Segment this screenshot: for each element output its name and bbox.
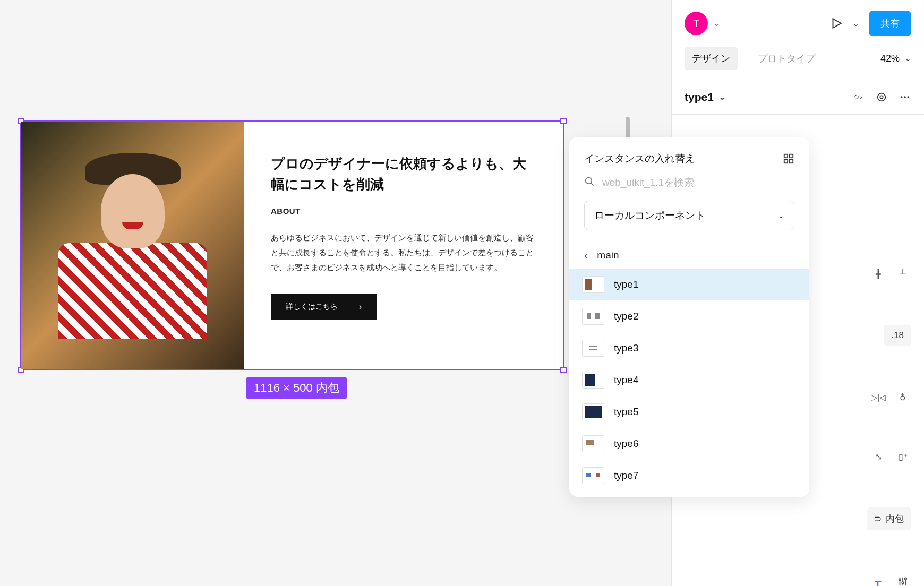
thumbnail [582, 372, 604, 389]
instance-header: type1 ⌄ [672, 80, 924, 114]
value-box[interactable]: ⊃内包 [867, 507, 911, 530]
frame-cta-label: 詳しくはこちら [286, 302, 338, 312]
dropdown-label: ローカルコンポーネント [594, 209, 705, 222]
svg-point-8 [899, 579, 901, 581]
svg-point-4 [908, 96, 910, 98]
chevron-right-icon: › [359, 302, 362, 312]
flip-icon[interactable]: ▷|◁ [870, 389, 887, 406]
layout-icon[interactable]: ▯⁺ [894, 448, 911, 465]
list-item[interactable]: type3 [569, 332, 809, 364]
align-active-icon[interactable]: ╥ [870, 573, 887, 586]
zoom-value: 42% [880, 53, 900, 64]
svg-point-9 [902, 582, 904, 584]
search-input[interactable] [602, 177, 794, 188]
panel-controls-partial: ╋ ┴ .18 ▷|◁ ♁ ⤡ ▯⁺ ⊃内包 ╥ [867, 265, 911, 586]
align-icon[interactable]: ╋ [870, 265, 887, 282]
library-dropdown[interactable]: ローカルコンポーネント ⌄ [584, 201, 794, 230]
svg-point-0 [878, 93, 886, 101]
breadcrumb[interactable]: ‹ main [569, 242, 809, 269]
thumbnail [582, 276, 604, 293]
frame-image [21, 122, 244, 369]
list-item[interactable]: type7 [569, 460, 809, 492]
component-list: type1 type2 type3 type4 type5 type6 type… [569, 269, 809, 497]
play-button[interactable] [829, 16, 843, 30]
chevron-down-icon[interactable]: ⌄ [853, 19, 859, 28]
thumbnail [582, 308, 604, 325]
list-item[interactable]: type1 [569, 269, 809, 300]
topbar: T ⌄ ⌄ 共有 [672, 0, 924, 47]
selected-frame[interactable]: プロのデザイナーに依頼するよりも、大幅にコストを削減 ABOUT あらゆるビジネ… [20, 120, 564, 370]
thumbnail [582, 340, 604, 357]
frame-content: プロのデザイナーに依頼するよりも、大幅にコストを削減 ABOUT あらゆるビジネ… [21, 122, 563, 369]
list-item[interactable]: type4 [569, 364, 809, 396]
svg-rect-11 [784, 154, 788, 158]
list-item[interactable]: type2 [569, 300, 809, 332]
chevron-down-icon: ⌄ [719, 93, 725, 101]
align-icon[interactable]: ♁ [894, 389, 911, 406]
frame-heading: プロのデザイナーに依頼するよりも、大幅にコストを削減 [271, 153, 536, 195]
chevron-left-icon[interactable]: ‹ [584, 249, 587, 261]
svg-rect-14 [790, 160, 793, 163]
chevron-down-icon: ⌄ [713, 19, 720, 28]
list-item-label: type5 [614, 406, 638, 418]
zoom-control[interactable]: 42% ⌄ [880, 53, 911, 64]
resize-handle-br[interactable] [560, 367, 567, 373]
search-icon [584, 176, 595, 189]
more-icon[interactable] [899, 91, 911, 104]
chevron-down-icon: ⌄ [905, 54, 911, 63]
list-item-label: type4 [614, 374, 638, 386]
thumbnail [582, 467, 604, 484]
frame-cta-button: 詳しくはこちら › [271, 294, 377, 320]
go-to-main-icon[interactable] [875, 91, 888, 104]
value-box[interactable]: .18 [884, 325, 911, 346]
canvas-area[interactable]: プロのデザイナーに依頼するよりも、大幅にコストを削減 ABOUT あらゆるビジネ… [0, 0, 637, 586]
svg-point-3 [904, 96, 906, 98]
frame-body-text: あらゆるビジネスにおいて、デザインを通じて新しい価値を創造し、顧客と共に成長する… [271, 230, 536, 274]
list-item[interactable]: type5 [569, 396, 809, 428]
thumbnail [582, 403, 604, 420]
settings-icon[interactable] [894, 573, 911, 586]
list-item-label: type3 [614, 342, 638, 354]
grid-view-icon[interactable] [783, 153, 794, 165]
avatar-menu[interactable]: T ⌄ [685, 12, 720, 35]
frame-subheading: ABOUT [271, 206, 536, 216]
svg-point-10 [905, 578, 907, 580]
resize-handle-tr[interactable] [560, 118, 567, 124]
svg-point-1 [880, 96, 883, 99]
thumbnail [582, 435, 604, 452]
frame-text-area: プロのデザイナーに依頼するよりも、大幅にコストを削減 ABOUT あらゆるビジネ… [244, 122, 563, 369]
svg-rect-13 [784, 160, 788, 163]
breadcrumb-label: main [597, 249, 619, 261]
instance-swap-popup: インスタンスの入れ替え ローカルコンポーネント ⌄ ‹ main type1 t… [569, 137, 809, 497]
instance-name-dropdown[interactable]: type1 ⌄ [685, 91, 725, 104]
align-icon[interactable]: ┴ [894, 265, 911, 282]
list-item[interactable]: type6 [569, 428, 809, 460]
search-row [569, 176, 809, 201]
chevron-down-icon: ⌄ [778, 211, 784, 220]
tab-design[interactable]: デザイン [685, 47, 738, 70]
list-item-label: type1 [614, 279, 638, 290]
minimize-icon[interactable]: ⤡ [870, 448, 887, 465]
share-button[interactable]: 共有 [869, 11, 911, 36]
dimension-badge: 1116 × 500 内包 [246, 377, 347, 399]
tab-prototype[interactable]: プロトタイプ [750, 47, 823, 70]
list-item-label: type6 [614, 438, 638, 450]
svg-point-15 [586, 178, 592, 184]
popup-title: インスタンスの入れ替え [584, 152, 695, 166]
avatar: T [685, 12, 708, 35]
svg-point-2 [901, 96, 903, 98]
svg-rect-12 [790, 154, 793, 158]
panel-tabs: デザイン プロトタイプ 42% ⌄ [672, 47, 924, 80]
list-item-label: type2 [614, 311, 638, 322]
detach-instance-icon[interactable] [852, 91, 865, 104]
svg-line-16 [591, 183, 594, 186]
list-item-label: type7 [614, 470, 638, 481]
